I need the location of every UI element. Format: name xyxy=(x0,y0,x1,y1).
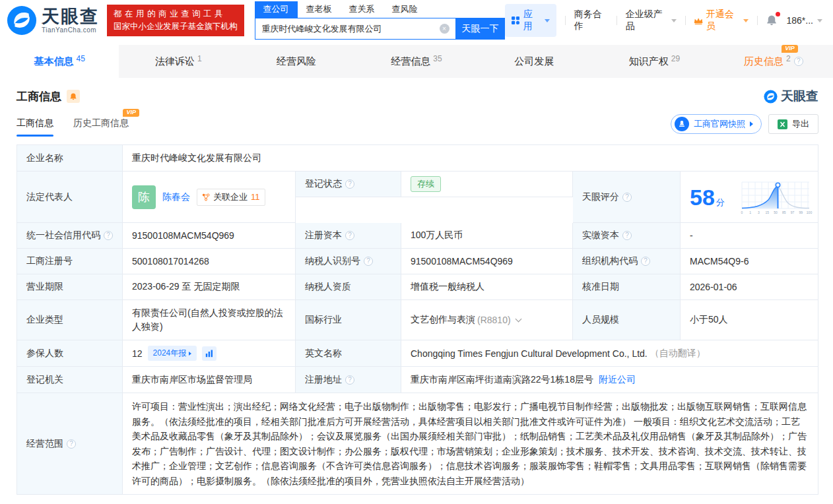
tab-legal-lawsuits[interactable]: 法律诉讼1 xyxy=(119,45,238,78)
section-title: 工商信息 xyxy=(17,89,61,104)
business-scope-value: 许可项目：营业性演出；演出经纪；网络文化经营；电子出版物制作；出版物零售；电影发… xyxy=(123,393,818,494)
tab-basic-info[interactable]: 基本信息45 xyxy=(0,45,119,78)
field-label: 企业类型 xyxy=(17,300,123,340)
chevron-down-icon xyxy=(743,19,749,22)
divider xyxy=(757,16,758,25)
table-row: 企业名称 重庆时代峰峻文化发展有限公司 xyxy=(17,145,818,172)
help-icon[interactable]: ? xyxy=(104,231,113,240)
help-icon[interactable]: ? xyxy=(364,257,373,266)
search-button[interactable]: 天眼一下 xyxy=(456,18,505,40)
crown-icon xyxy=(694,16,703,25)
company-name-value: 重庆时代峰峻文化发展有限公司 xyxy=(123,145,818,172)
tab-operation-risk[interactable]: 经营风险 xyxy=(238,45,357,78)
tab-label: 法律诉讼 xyxy=(155,55,195,68)
search-input[interactable] xyxy=(255,24,440,34)
avatar[interactable]: 陈 xyxy=(132,185,156,209)
tab-label: 公司发展 xyxy=(514,55,554,68)
export-label: 导出 xyxy=(792,118,809,130)
svg-text:3: 3 xyxy=(758,210,760,214)
tab-operation-info[interactable]: 经营信息35 xyxy=(357,45,476,78)
field-label: 经营范围? xyxy=(17,393,123,494)
legal-rep-value: 陈 陈春会 关联企业 11 xyxy=(123,172,296,223)
subtab-business-info[interactable]: 工商信息 xyxy=(17,117,53,137)
field-label: 组织机构代码? xyxy=(573,249,681,274)
user-menu[interactable]: 186*... xyxy=(786,15,822,26)
slogan-line2: 国家中小企业发展子基金旗下机构 xyxy=(114,20,238,33)
nav-enterprise-products[interactable]: 企业级产品 xyxy=(626,9,677,32)
subscribe-bell-button[interactable] xyxy=(67,90,80,103)
tab-history-info[interactable]: VIP 历史信息 2 ? xyxy=(714,45,833,78)
tab-count: 2 xyxy=(786,54,791,63)
export-button[interactable]: 导出 xyxy=(768,114,818,134)
table-row: 统一社会信用代码? 91500108MACM54Q969 注册资本? 100万人… xyxy=(17,223,818,249)
help-icon[interactable]: ? xyxy=(622,193,632,202)
related-companies-button[interactable]: 关联企业 11 xyxy=(197,189,265,206)
excel-icon xyxy=(778,119,787,129)
tab-intellectual-property[interactable]: 知识产权29 xyxy=(595,45,714,78)
enterprise-products-label: 企业级产品 xyxy=(626,9,667,32)
apps-menu[interactable]: 应用 xyxy=(505,4,556,37)
search-tab-risk[interactable]: 查风险 xyxy=(383,1,426,18)
header-nav: 应用 商务合作 企业级产品 开通会员 186*... xyxy=(505,4,823,37)
table-row: 法定代表人 陈 陈春会 关联企业 11 登记状态? 存续 天眼评分? 58 分 xyxy=(17,172,818,223)
search-tab-relation[interactable]: 查关系 xyxy=(341,1,383,18)
official-snapshot-button[interactable]: 工商官网快照 xyxy=(671,114,762,134)
search-tab-company[interactable]: 查公司 xyxy=(255,1,298,18)
subtab-history-business-info[interactable]: VIP 历史工商信息 xyxy=(73,117,129,137)
field-label: 核准日期 xyxy=(573,274,681,300)
svg-text:15: 15 xyxy=(765,210,769,214)
help-icon[interactable]: ? xyxy=(345,231,354,240)
nav-business-coop[interactable]: 商务合作 xyxy=(574,9,608,32)
tab-company-development[interactable]: 公司发展 xyxy=(476,45,595,78)
annual-report-button[interactable]: 2024年报 xyxy=(148,346,197,361)
field-label: 注册地址? xyxy=(296,367,401,393)
help-icon[interactable]: ? xyxy=(67,439,76,449)
legal-rep-link[interactable]: 陈春会 xyxy=(162,191,190,203)
chevron-down-icon xyxy=(671,19,677,22)
nearby-companies-link[interactable]: 附近公司 xyxy=(599,374,636,386)
slogan-banner: 都在用的商业查询工具 国家中小企业发展子基金旗下机构 xyxy=(107,5,244,37)
vip-badge: VIP xyxy=(123,109,139,117)
field-label: 英文名称 xyxy=(296,340,401,367)
help-icon[interactable]: ? xyxy=(641,257,650,266)
help-icon[interactable]: ? xyxy=(345,179,354,189)
paid-capital-value: - xyxy=(681,223,818,249)
field-label: 企业名称 xyxy=(17,145,123,172)
nav-open-vip[interactable]: 开通会员 xyxy=(694,9,748,32)
taxpayer-type-value: 增值税一般纳税人 xyxy=(401,274,573,300)
help-icon[interactable]: ? xyxy=(794,57,803,66)
notification-bell[interactable] xyxy=(766,14,778,27)
help-icon[interactable]: ? xyxy=(622,231,632,240)
table-row: 参保人数 12 2024年报 英文名称 Chongqing Times Feng… xyxy=(17,340,818,367)
tab-count: 35 xyxy=(433,54,442,63)
divider xyxy=(616,16,617,25)
tianyancha-logo[interactable]: 天眼查 TianYanCha.com xyxy=(7,5,99,36)
reg-authority-value: 重庆市南岸区市场监督管理局 xyxy=(123,367,296,393)
chevron-down-icon[interactable] xyxy=(515,315,521,322)
industry-code: (R8810) xyxy=(477,315,511,325)
tianyancha-logo-icon xyxy=(7,5,37,36)
search-module: 查公司 查老板 查关系 查风险 × 天眼一下 xyxy=(255,1,505,40)
score-distribution-chart[interactable]: 0131550859799100 xyxy=(740,179,814,215)
notification-dot xyxy=(776,12,780,16)
company-tab-bar: 基本信息45 法律诉讼1 经营风险 经营信息35 公司发展 知识产权29 VIP… xyxy=(0,45,833,78)
field-label: 工商注册号 xyxy=(17,249,123,274)
tab-label: 经营风险 xyxy=(277,55,316,68)
clear-icon[interactable]: × xyxy=(440,24,450,34)
reg-status-value: 存续 xyxy=(401,172,573,197)
table-row: 经营范围? 许可项目：营业性演出；演出经纪；网络文化经营；电子出版物制作；出版物… xyxy=(17,393,818,494)
svg-text:99: 99 xyxy=(799,210,803,214)
svg-text:0: 0 xyxy=(741,210,743,214)
tab-label: 经营信息 xyxy=(391,55,430,68)
search-tab-boss[interactable]: 查老板 xyxy=(298,1,341,18)
insured-trend-button[interactable] xyxy=(202,346,217,361)
company-type-value: 有限责任公司(自然人投资或控股的法人独资) xyxy=(123,300,296,340)
snapshot-label: 工商官网快照 xyxy=(694,118,745,130)
apps-grid-icon xyxy=(512,16,519,25)
score-value: 58 分 0131550859799100 xyxy=(681,172,818,223)
field-label: 注册资本? xyxy=(296,223,401,249)
help-icon[interactable]: ? xyxy=(345,375,354,385)
subtab-row: 工商信息 VIP 历史工商信息 工商官网快照 导出 xyxy=(0,105,833,137)
staff-size-value: 小于50人 xyxy=(681,300,818,340)
section-header: 工商信息 天眼查 xyxy=(0,78,833,105)
